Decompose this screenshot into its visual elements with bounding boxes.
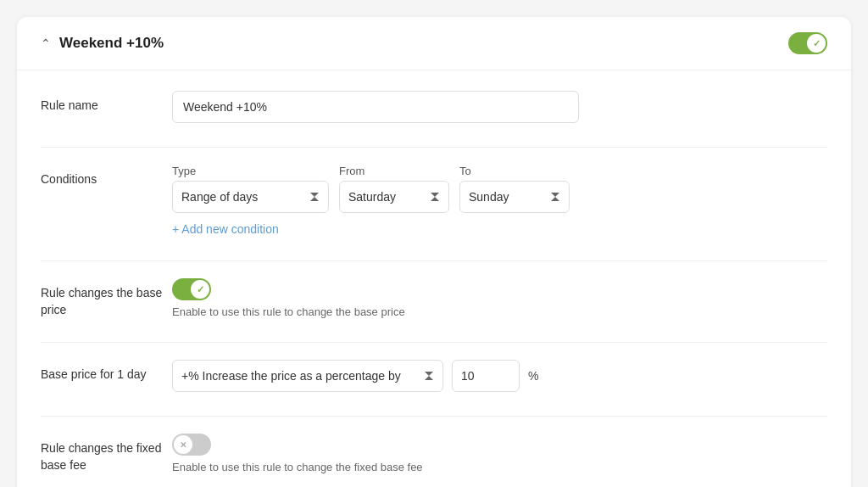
base-price-amount-content: +% Increase the price as a percentage by… <box>172 360 827 392</box>
rule-name-row: Rule name <box>41 91 827 123</box>
conditions-label: Conditions <box>41 165 172 188</box>
base-price-toggle-content: Enable to use this rule to change the ba… <box>172 278 827 318</box>
base-price-toggle-knob <box>191 280 209 299</box>
from-select[interactable]: Monday Tuesday Wednesday Thursday Friday… <box>339 181 449 213</box>
header-toggle-knob <box>807 34 826 53</box>
conditions-row: Conditions Type Range of days Specific d… <box>41 165 827 237</box>
base-price-amount-row: Base price for 1 day +% Increase the pri… <box>41 360 827 392</box>
fixed-fee-toggle[interactable] <box>172 434 211 456</box>
price-type-select[interactable]: +% Increase the price as a percentage by… <box>172 360 443 392</box>
rule-name-content <box>172 91 827 123</box>
rule-card: ⌃ Weekend +10% Rule name Conditions Type <box>17 17 851 487</box>
fixed-fee-toggle-content: Enable to use this rule to change the fi… <box>172 434 827 473</box>
collapse-icon[interactable]: ⌃ <box>41 36 51 50</box>
rule-name-label: Rule name <box>41 91 172 115</box>
base-price-amount-label: Base price for 1 day <box>41 360 172 383</box>
base-price-toggle-desc: Enable to use this rule to change the ba… <box>172 305 827 318</box>
from-label: From <box>339 165 449 177</box>
header-title: Weekend +10% <box>59 35 164 52</box>
base-price-toggle-row-inner <box>172 278 827 300</box>
header-toggle[interactable] <box>788 32 827 54</box>
base-price-toggle-label: Rule changes the base price <box>41 278 172 318</box>
header-left: ⌃ Weekend +10% <box>41 35 164 52</box>
rule-name-input[interactable] <box>172 91 579 123</box>
fixed-fee-toggle-row-inner <box>172 434 827 456</box>
conditions-selects: Type Range of days Specific day Day of w… <box>172 165 827 213</box>
price-unit-label: % <box>528 369 538 383</box>
card-header: ⌃ Weekend +10% <box>17 17 851 70</box>
fixed-fee-toggle-label: Rule changes the fixed base fee <box>41 434 172 473</box>
divider-3 <box>41 342 827 343</box>
fixed-fee-toggle-row: Rule changes the fixed base fee Enable t… <box>41 434 827 473</box>
fixed-fee-toggle-desc: Enable to use this rule to change the fi… <box>172 461 827 473</box>
to-group: To Monday Tuesday Wednesday Thursday Fri… <box>459 165 570 213</box>
add-condition-link[interactable]: + Add new condition <box>172 222 279 236</box>
price-amount-input[interactable] <box>452 360 520 392</box>
type-select[interactable]: Range of days Specific day Day of week <box>172 181 329 213</box>
card-body: Rule name Conditions Type Range of days … <box>17 70 851 487</box>
type-group: Type Range of days Specific day Day of w… <box>172 165 329 213</box>
to-label: To <box>459 165 570 177</box>
divider-2 <box>41 260 827 261</box>
base-price-controls: +% Increase the price as a percentage by… <box>172 360 827 392</box>
type-label: Type <box>172 165 329 177</box>
divider-4 <box>41 416 827 417</box>
base-price-toggle-row: Rule changes the base price Enable to us… <box>41 278 827 318</box>
divider-1 <box>41 147 827 148</box>
from-group: From Monday Tuesday Wednesday Thursday F… <box>339 165 449 213</box>
fixed-fee-toggle-knob <box>174 435 192 454</box>
base-price-toggle[interactable] <box>172 278 211 300</box>
conditions-content: Type Range of days Specific day Day of w… <box>172 165 827 237</box>
to-select[interactable]: Monday Tuesday Wednesday Thursday Friday… <box>459 181 570 213</box>
